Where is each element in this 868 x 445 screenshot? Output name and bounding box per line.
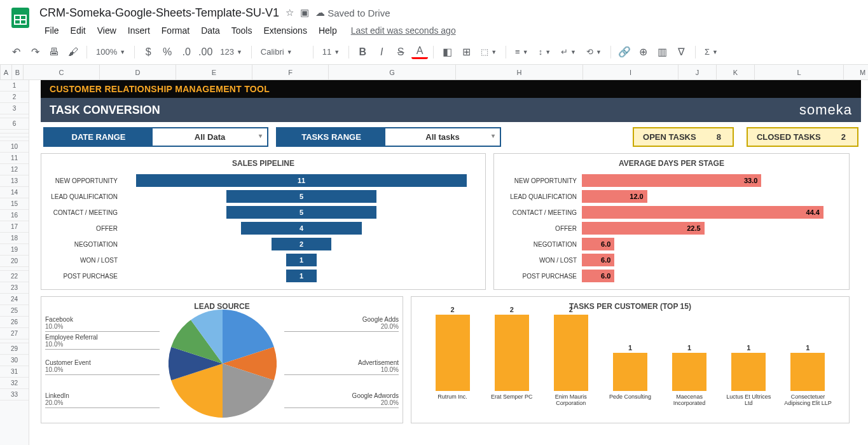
comment-icon[interactable]: ⊕ (635, 44, 652, 60)
row-header[interactable]: 27 (0, 328, 29, 339)
zoom-select[interactable]: 100%▼ (92, 44, 129, 60)
col-header[interactable]: L (755, 65, 844, 79)
row-header[interactable]: 11 (0, 153, 29, 164)
closed-tasks-stat: CLOSED TASKS 2 (747, 127, 858, 147)
app-header: CRM-Someka-Google-Sheets-Template-SU-V1 … (0, 0, 868, 39)
menu-view[interactable]: View (92, 23, 121, 38)
row-header[interactable]: 16 (0, 210, 29, 221)
row-header[interactable]: 19 (0, 244, 29, 256)
row-header[interactable]: 10 (0, 141, 29, 153)
merge-cells-icon[interactable]: ⬚▼ (477, 44, 500, 60)
percent-icon[interactable]: % (159, 44, 176, 60)
menu-bar: File Edit View Insert Format Data Tools … (39, 22, 860, 39)
row-header[interactable]: 2 (0, 92, 29, 103)
section-title: TASK CONVERSION (50, 104, 160, 117)
fill-color-icon[interactable]: ◧ (439, 44, 455, 60)
font-size-select[interactable]: 11▼ (319, 44, 343, 60)
row-header[interactable]: 23 (0, 282, 29, 294)
insert-chart-icon[interactable]: ▥ (654, 44, 671, 60)
date-range-dropdown[interactable]: All Data (153, 128, 267, 146)
increase-decimal-icon[interactable]: .00 (197, 44, 214, 60)
row-header[interactable]: 20 (0, 256, 29, 267)
col-header[interactable]: K (717, 65, 755, 79)
row-header[interactable]: 13 (0, 175, 29, 187)
row-header[interactable]: 6 (0, 118, 29, 130)
row-header[interactable]: 32 (0, 378, 29, 389)
borders-icon[interactable]: ⊞ (458, 44, 474, 60)
col-header[interactable]: C (24, 65, 100, 79)
text-rotate-icon[interactable]: ⟲▼ (582, 44, 605, 60)
row-header[interactable]: 25 (0, 305, 29, 317)
menu-file[interactable]: File (39, 23, 64, 38)
functions-icon[interactable]: Σ▼ (701, 44, 722, 60)
link-icon[interactable]: 🔗 (616, 44, 633, 60)
col-header[interactable]: F (252, 65, 329, 79)
row-header[interactable]: 26 (0, 317, 29, 328)
row-header[interactable]: 12 (0, 164, 29, 175)
col-header[interactable]: E (176, 65, 252, 79)
col-header[interactable]: H (456, 65, 583, 79)
filter-icon[interactable]: ∇ (673, 44, 690, 60)
menu-data[interactable]: Data (196, 23, 225, 38)
text-wrap-icon[interactable]: ↵▼ (557, 44, 580, 60)
row-header[interactable]: 15 (0, 198, 29, 210)
doc-title[interactable]: CRM-Someka-Google-Sheets-Template-SU-V1 (39, 6, 279, 20)
menu-format[interactable]: Format (156, 23, 195, 38)
row-header[interactable]: 14 (0, 187, 29, 198)
cloud-icon: ☁ (315, 7, 325, 18)
row-header[interactable]: 31 (0, 366, 29, 378)
text-color-icon[interactable]: A (411, 45, 428, 59)
column-headers: ABCDEFGHIJKLMN (0, 65, 868, 80)
col-header[interactable]: J (679, 65, 717, 79)
v-align-icon[interactable]: ↕▼ (535, 44, 555, 60)
currency-icon[interactable]: $ (140, 44, 156, 60)
sheets-logo-icon[interactable] (8, 5, 33, 31)
font-select[interactable]: Calibri▼ (257, 44, 308, 60)
last-edit-link[interactable]: Last edit was seconds ago (351, 25, 456, 36)
redo-icon[interactable]: ↷ (27, 44, 43, 60)
row-header[interactable]: 17 (0, 221, 29, 233)
row-header[interactable]: 33 (0, 389, 29, 400)
italic-icon[interactable]: I (373, 44, 390, 60)
col-header[interactable]: B (12, 65, 24, 79)
col-header[interactable]: D (100, 65, 176, 79)
row-header[interactable]: 22 (0, 271, 29, 282)
menu-insert[interactable]: Insert (123, 23, 155, 38)
h-align-icon[interactable]: ≡▼ (511, 44, 532, 60)
row-header[interactable]: 24 (0, 294, 29, 305)
col-header[interactable]: G (329, 65, 456, 79)
avg-days-chart: AVERAGE DAYS PER STAGE NEW OPPORTUNITY33… (493, 153, 850, 290)
date-range-filter: DATE RANGE All Data (43, 127, 268, 147)
row-headers: 1236101112131415161718192022232425262729… (0, 80, 29, 445)
open-tasks-stat: OPEN TASKS 8 (633, 127, 734, 147)
more-formats[interactable]: 123▼ (216, 44, 246, 60)
menu-tools[interactable]: Tools (226, 23, 258, 38)
strikethrough-icon[interactable]: S (392, 44, 409, 60)
bold-icon[interactable]: B (354, 44, 371, 60)
row-header[interactable]: 18 (0, 233, 29, 244)
paint-format-icon[interactable]: 🖌 (65, 44, 81, 60)
tasks-range-dropdown[interactable]: All tasks (385, 128, 500, 146)
row-header[interactable]: 30 (0, 355, 29, 366)
undo-icon[interactable]: ↶ (8, 44, 24, 60)
menu-edit[interactable]: Edit (65, 23, 91, 38)
print-icon[interactable]: 🖶 (46, 44, 62, 60)
crm-tool-banner: CUSTOMER RELATIONSHIP MANAGEMENT TOOL (41, 80, 861, 98)
brand-logo: someka (799, 102, 852, 118)
col-header[interactable]: A (1, 65, 12, 79)
star-icon[interactable]: ☆ (286, 7, 294, 18)
saved-to-drive[interactable]: ☁ Saved to Drive (315, 7, 390, 18)
row-header[interactable]: 1 (0, 80, 29, 92)
tasks-per-customer-chart: TASKS PER CUSTOMER (TOP 15) 2Rutrum Inc.… (411, 296, 850, 423)
row-header[interactable]: 3 (0, 103, 29, 114)
menu-help[interactable]: Help (313, 23, 342, 38)
decrease-decimal-icon[interactable]: .0 (178, 44, 195, 60)
lead-source-chart: LEAD SOURCE Facebook10.0%Employee Referr… (41, 296, 403, 423)
move-icon[interactable]: ▣ (300, 7, 309, 18)
tasks-range-filter: TASKS RANGE All tasks (276, 127, 501, 147)
row-header[interactable]: 29 (0, 343, 29, 355)
col-header[interactable]: I (583, 65, 679, 79)
sheet-content[interactable]: CUSTOMER RELATIONSHIP MANAGEMENT TOOL TA… (29, 80, 868, 445)
col-header[interactable]: M (844, 65, 868, 79)
menu-extensions[interactable]: Extensions (258, 23, 312, 38)
